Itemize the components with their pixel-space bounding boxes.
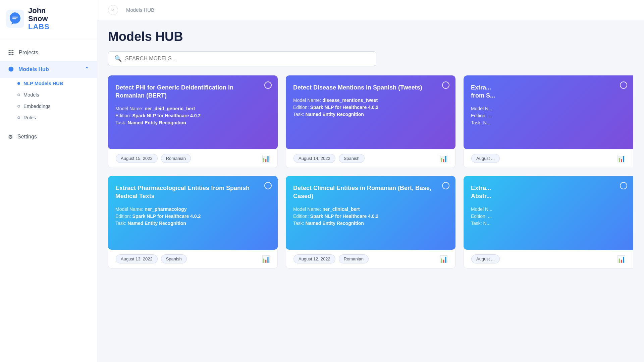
sidebar-settings-label: Settings	[17, 134, 37, 140]
card-chart-icon-6[interactable]: 📊	[617, 255, 626, 263]
card-task-5: Task: Named Entity Recognition	[293, 221, 448, 226]
card-edition-5: Edition: Spark NLP for Healthcare 4.0.2	[293, 214, 448, 219]
card-footer-1: August 15, 2022 Romanian 📊	[108, 149, 278, 168]
card-task-4: Task: Named Entity Recognition	[115, 221, 270, 226]
card-title-4: Extract Pharmacological Entities from Sp…	[115, 184, 270, 200]
card-date-tag-4: August 13, 2022	[116, 254, 158, 263]
subnav-embeddings-label: Embeddings	[23, 104, 51, 109]
sidebar-item-models-hub[interactable]: ✺ Models Hub ⌃	[0, 61, 97, 78]
card-lang-tag-4: Spanish	[161, 254, 187, 263]
content-area: Models HUB 🔍 Detect PHI for Generic Deid…	[97, 20, 644, 362]
sidebar-item-projects[interactable]: ☷ Projects	[0, 44, 97, 61]
sidebar-item-settings[interactable]: ⚙ Settings	[0, 129, 97, 144]
card-title-1: Detect PHI for Generic Deidentification …	[115, 83, 270, 100]
card-model-name-3: Model N...	[471, 106, 626, 111]
nav-dot-nlp	[17, 82, 20, 85]
card-chart-icon-5[interactable]: 📊	[439, 255, 448, 263]
sidebar-item-models[interactable]: Models	[0, 89, 97, 101]
card-wrapper-3: Extra...from S... Model N... Edition: ..…	[464, 75, 633, 168]
search-input[interactable]	[125, 56, 370, 62]
logo-labs: LABS	[28, 23, 50, 31]
card-title-2: Detect Disease Mentions in Spanish (Twee…	[293, 83, 448, 92]
sidebar-item-embeddings[interactable]: Embeddings	[0, 101, 97, 112]
card-task-2: Task: Named Entity Recognition	[293, 112, 448, 117]
logo-snow: Snow	[28, 15, 50, 23]
card-model-name-1: Model Name: ner_deid_generic_bert	[115, 106, 270, 111]
card-title-5: Detect Clinical Entities in Romanian (Be…	[293, 184, 448, 200]
card-lang-tag-5: Romanian	[339, 254, 369, 263]
card-task-1: Task: Named Entity Recognition	[115, 120, 270, 125]
model-card-5[interactable]: Detect Clinical Entities in Romanian (Be…	[286, 176, 455, 250]
card-date-tag-6: August ...	[471, 254, 500, 263]
collapse-sidebar-button[interactable]: ‹	[108, 5, 118, 15]
models-hub-icon: ✺	[8, 65, 14, 73]
nav-dot-rules	[17, 116, 20, 119]
model-card-6[interactable]: Extra...Abstr... Model N... Edition: ...…	[464, 176, 633, 250]
card-wrapper-2: Detect Disease Mentions in Spanish (Twee…	[286, 75, 455, 168]
card-checkbox-1[interactable]	[264, 81, 272, 89]
sidebar: John Snow LABS ☷ Projects ✺ Models Hub ⌃…	[0, 0, 97, 362]
card-checkbox-4[interactable]	[264, 182, 272, 189]
nav-dot-models	[17, 94, 20, 96]
sidebar-models-hub-label: Models Hub	[18, 66, 49, 72]
topbar: ‹ Models HUB	[97, 0, 644, 20]
sidebar-projects-label: Projects	[19, 50, 38, 56]
card-task-6: Task: N...	[471, 221, 626, 226]
card-lang-tag-2: Spanish	[339, 154, 365, 163]
card-checkbox-3[interactable]	[620, 81, 627, 89]
card-wrapper-1: Detect PHI for Generic Deidentification …	[108, 75, 278, 168]
card-date-tag-2: August 14, 2022	[293, 154, 335, 163]
chevron-up-icon: ⌃	[85, 66, 89, 72]
sidebar-item-nlp-models-hub[interactable]: NLP Models HUB	[0, 78, 97, 89]
card-chart-icon-1[interactable]: 📊	[262, 155, 270, 163]
card-task-3: Task: N...	[471, 120, 626, 125]
card-checkbox-2[interactable]	[442, 81, 449, 89]
subnav-nlp-label: NLP Models HUB	[23, 81, 63, 86]
card-edition-4: Edition: Spark NLP for Healthcare 4.0.2	[115, 214, 270, 219]
logo-area: John Snow LABS	[0, 0, 97, 38]
subnav-rules-label: Rules	[23, 115, 36, 120]
sidebar-item-rules[interactable]: Rules	[0, 112, 97, 123]
breadcrumb: Models HUB	[126, 7, 154, 13]
models-hub-subnav: NLP Models HUB Models Embeddings Rules	[0, 78, 97, 123]
search-bar[interactable]: 🔍	[108, 51, 376, 66]
card-edition-2: Edition: Spark NLP for Healthcare 4.0.2	[293, 105, 448, 110]
model-card-2[interactable]: Detect Disease Mentions in Spanish (Twee…	[286, 75, 455, 149]
page-title: Models HUB	[108, 29, 633, 44]
card-edition-6: Edition: ...	[471, 214, 626, 219]
card-wrapper-6: Extra...Abstr... Model N... Edition: ...…	[464, 176, 633, 268]
card-date-tag-1: August 15, 2022	[116, 154, 158, 163]
card-model-name-4: Model Name: ner_pharmacology	[115, 206, 270, 212]
logo-icon	[6, 10, 24, 28]
logo-text: John Snow LABS	[28, 7, 50, 31]
card-wrapper-5: Detect Clinical Entities in Romanian (Be…	[286, 176, 455, 268]
card-footer-6: August ... 📊	[464, 250, 633, 268]
card-title-6: Extra...Abstr...	[471, 184, 626, 200]
card-edition-3: Edition: ...	[471, 113, 626, 118]
card-checkbox-6[interactable]	[620, 182, 627, 189]
settings-icon: ⚙	[8, 134, 13, 140]
model-card-1[interactable]: Detect PHI for Generic Deidentification …	[108, 75, 278, 149]
card-chart-icon-2[interactable]: 📊	[439, 155, 448, 163]
sidebar-nav: ☷ Projects ✺ Models Hub ⌃ NLP Models HUB…	[0, 38, 97, 362]
card-footer-2: August 14, 2022 Spanish 📊	[286, 149, 455, 168]
card-chart-icon-3[interactable]: 📊	[617, 155, 626, 163]
card-lang-tag-1: Romanian	[161, 154, 191, 163]
logo-john: John	[28, 7, 50, 15]
model-card-4[interactable]: Extract Pharmacological Entities from Sp…	[108, 176, 278, 250]
card-date-tag-5: August 12, 2022	[293, 254, 335, 263]
subnav-models-label: Models	[23, 92, 39, 98]
card-date-tag-3: August ...	[471, 154, 500, 163]
card-footer-5: August 12, 2022 Romanian 📊	[286, 250, 455, 268]
card-chart-icon-4[interactable]: 📊	[262, 255, 270, 263]
main-area: ‹ Models HUB Models HUB 🔍 Detect PHI for…	[97, 0, 644, 362]
cards-grid: Detect PHI for Generic Deidentification …	[108, 75, 633, 268]
card-model-name-2: Model Name: disease_mentions_tweet	[293, 98, 448, 103]
card-model-name-5: Model Name: ner_clinical_bert	[293, 206, 448, 212]
card-checkbox-5[interactable]	[442, 182, 449, 189]
card-title-3: Extra...from S...	[471, 83, 626, 100]
card-wrapper-4: Extract Pharmacological Entities from Sp…	[108, 176, 278, 268]
model-card-3[interactable]: Extra...from S... Model N... Edition: ..…	[464, 75, 633, 149]
search-icon: 🔍	[114, 55, 122, 62]
card-edition-1: Edition: Spark NLP for Healthcare 4.0.2	[115, 113, 270, 118]
